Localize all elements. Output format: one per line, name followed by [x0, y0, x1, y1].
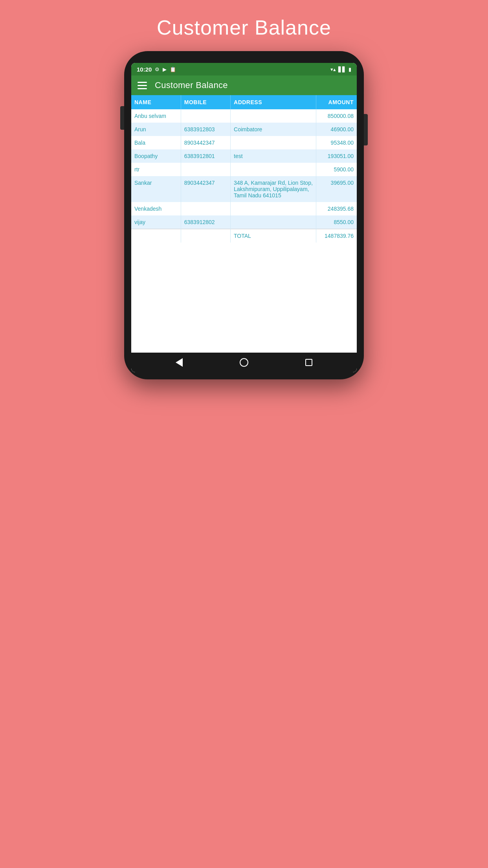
total-label: TOTAL: [231, 229, 316, 243]
toolbar: Customer Balance: [131, 75, 357, 95]
col-header-name: NAME: [131, 95, 181, 109]
cell-amount: 248395.68: [316, 202, 357, 215]
total-name-cell: [131, 229, 181, 243]
table-row[interactable]: Boopathy6383912801test193051.00: [131, 149, 357, 163]
cell-name: Anbu selvam: [131, 109, 181, 123]
phone-device: 10:20 ⚙ ▶ 📋 ▾▴ ▋▋ ▮ Customer Balance: [124, 51, 364, 379]
cell-name: Bala: [131, 136, 181, 149]
col-header-address: ADDRESS: [231, 95, 316, 109]
page-title: Customer Balance: [149, 0, 339, 51]
cell-amount: 193051.00: [316, 149, 357, 163]
table-row[interactable]: Arun6383912803Coimbatore46900.00: [131, 123, 357, 136]
table-row[interactable]: Bala890344234795348.00: [131, 136, 357, 149]
clipboard-icon: 📋: [170, 66, 176, 72]
cell-mobile: 8903442347: [181, 136, 230, 149]
cell-address: [231, 202, 316, 215]
table-header-row: NAME MOBILE ADDRESS AMOUNT: [131, 95, 357, 109]
cell-mobile: 6383912801: [181, 149, 230, 163]
customer-table-container: NAME MOBILE ADDRESS AMOUNT Anbu selvam85…: [131, 95, 357, 243]
status-right: ▾▴ ▋▋ ▮: [330, 66, 351, 72]
cell-amount: 5900.00: [316, 163, 357, 176]
cell-name: vijay: [131, 215, 181, 229]
cell-address: [231, 109, 316, 123]
table-row[interactable]: vijay63839128028550.00: [131, 215, 357, 229]
table-row[interactable]: rtr5900.00: [131, 163, 357, 176]
col-header-amount: AMOUNT: [316, 95, 357, 109]
cell-name: Boopathy: [131, 149, 181, 163]
recent-icon: [305, 359, 312, 366]
recent-apps-button[interactable]: [305, 359, 312, 366]
cell-name: Venkadesh: [131, 202, 181, 215]
status-time: 10:20: [137, 66, 152, 73]
cell-amount: 46900.00: [316, 123, 357, 136]
col-header-mobile: MOBILE: [181, 95, 230, 109]
cell-address: Coimbatore: [231, 123, 316, 136]
table-row[interactable]: Venkadesh248395.68: [131, 202, 357, 215]
cell-mobile: 6383912803: [181, 123, 230, 136]
cell-name: Sankar: [131, 176, 181, 202]
table-row[interactable]: Sankar8903442347348 A, Kamarajar Rd, Lio…: [131, 176, 357, 202]
phone-screen: 10:20 ⚙ ▶ 📋 ▾▴ ▋▋ ▮ Customer Balance: [131, 63, 357, 372]
navigation-bar: [131, 353, 357, 372]
status-left: 10:20 ⚙ ▶ 📋: [137, 66, 176, 73]
status-bar: 10:20 ⚙ ▶ 📋 ▾▴ ▋▋ ▮: [131, 63, 357, 75]
cell-amount: 850000.08: [316, 109, 357, 123]
cell-name: rtr: [131, 163, 181, 176]
cell-address: [231, 136, 316, 149]
table-row[interactable]: Anbu selvam850000.08: [131, 109, 357, 123]
cell-address: [231, 163, 316, 176]
content-area: [131, 243, 357, 353]
back-button[interactable]: [176, 358, 183, 367]
cell-amount: 8550.00: [316, 215, 357, 229]
cell-mobile: 8903442347: [181, 176, 230, 202]
signal-icon: ▋▋: [338, 66, 346, 72]
cell-address: [231, 215, 316, 229]
battery-icon: ▮: [349, 66, 351, 72]
total-mobile-cell: [181, 229, 230, 243]
cell-amount: 39695.00: [316, 176, 357, 202]
cell-name: Arun: [131, 123, 181, 136]
cell-address: 348 A, Kamarajar Rd, Lion Stop, Lakshmip…: [231, 176, 316, 202]
hamburger-menu-button[interactable]: [138, 82, 147, 89]
wifi-icon: ▾▴: [330, 66, 336, 72]
cell-mobile: [181, 109, 230, 123]
back-icon: [176, 358, 183, 367]
toolbar-title: Customer Balance: [155, 80, 228, 90]
cell-amount: 95348.00: [316, 136, 357, 149]
settings-icon: ⚙: [155, 66, 160, 72]
cell-mobile: [181, 163, 230, 176]
customer-balance-table: NAME MOBILE ADDRESS AMOUNT Anbu selvam85…: [131, 95, 357, 243]
cell-mobile: [181, 202, 230, 215]
home-icon: [240, 358, 248, 367]
total-row: TOTAL1487839.76: [131, 229, 357, 243]
home-button[interactable]: [240, 358, 248, 367]
cell-address: test: [231, 149, 316, 163]
cell-mobile: 6383912802: [181, 215, 230, 229]
play-icon: ▶: [163, 66, 167, 72]
total-amount: 1487839.76: [316, 229, 357, 243]
